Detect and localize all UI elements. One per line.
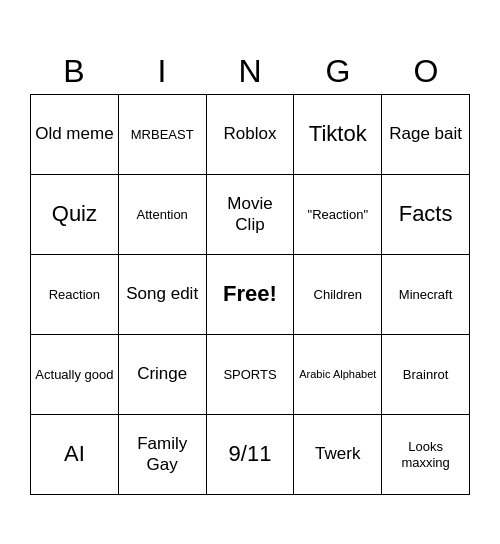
bingo-cell: 9/11 <box>207 415 295 495</box>
bingo-cell: Facts <box>382 175 470 255</box>
bingo-cell: Family Gay <box>119 415 207 495</box>
bingo-letter: B <box>30 49 118 94</box>
bingo-cell: Actually good <box>31 335 119 415</box>
cell-text: "Reaction" <box>308 207 369 223</box>
bingo-cell: Movie Clip <box>207 175 295 255</box>
bingo-card: BINGO Old memeMRBEASTRobloxTiktokRage ba… <box>20 39 480 505</box>
bingo-cell: Cringe <box>119 335 207 415</box>
cell-text: Roblox <box>224 124 277 144</box>
bingo-cell: Minecraft <box>382 255 470 335</box>
bingo-cell: Quiz <box>31 175 119 255</box>
cell-text: SPORTS <box>223 367 276 383</box>
cell-text: Looks maxxing <box>386 439 465 470</box>
bingo-cell: Brainrot <box>382 335 470 415</box>
bingo-cell: Free! <box>207 255 295 335</box>
bingo-letter: O <box>382 49 470 94</box>
bingo-cell: Old meme <box>31 95 119 175</box>
bingo-cell: SPORTS <box>207 335 295 415</box>
bingo-cell: Reaction <box>31 255 119 335</box>
bingo-cell: Rage bait <box>382 95 470 175</box>
cell-text: Reaction <box>49 287 100 303</box>
cell-text: Free! <box>223 281 277 307</box>
bingo-cell: Song edit <box>119 255 207 335</box>
bingo-cell: Arabic Alphabet <box>294 335 382 415</box>
bingo-cell: MRBEAST <box>119 95 207 175</box>
cell-text: Cringe <box>137 364 187 384</box>
cell-text: Arabic Alphabet <box>299 368 376 381</box>
bingo-letter: N <box>206 49 294 94</box>
cell-text: Children <box>314 287 362 303</box>
cell-text: Minecraft <box>399 287 452 303</box>
bingo-cell: "Reaction" <box>294 175 382 255</box>
bingo-cell: Attention <box>119 175 207 255</box>
cell-text: Attention <box>137 207 188 223</box>
cell-text: Song edit <box>126 284 198 304</box>
bingo-cell: Twerk <box>294 415 382 495</box>
cell-text: Rage bait <box>389 124 462 144</box>
bingo-grid: Old memeMRBEASTRobloxTiktokRage baitQuiz… <box>30 94 470 495</box>
bingo-cell: Looks maxxing <box>382 415 470 495</box>
bingo-letter: I <box>118 49 206 94</box>
cell-text: Actually good <box>35 367 113 383</box>
cell-text: Tiktok <box>309 121 367 147</box>
bingo-cell: Roblox <box>207 95 295 175</box>
cell-text: Facts <box>399 201 453 227</box>
cell-text: AI <box>64 441 85 467</box>
cell-text: Brainrot <box>403 367 449 383</box>
cell-text: MRBEAST <box>131 127 194 143</box>
bingo-cell: AI <box>31 415 119 495</box>
cell-text: 9/11 <box>229 441 272 467</box>
bingo-header: BINGO <box>30 49 470 94</box>
cell-text: Old meme <box>35 124 113 144</box>
cell-text: Quiz <box>52 201 97 227</box>
bingo-letter: G <box>294 49 382 94</box>
cell-text: Twerk <box>315 444 360 464</box>
bingo-cell: Tiktok <box>294 95 382 175</box>
cell-text: Movie Clip <box>211 194 290 235</box>
bingo-cell: Children <box>294 255 382 335</box>
cell-text: Family Gay <box>123 434 202 475</box>
